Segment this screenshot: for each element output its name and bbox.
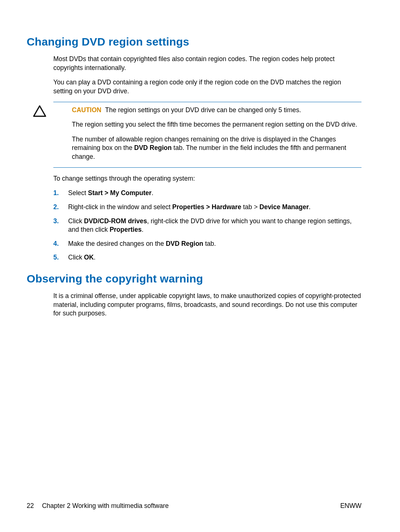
page-number: 22: [27, 502, 34, 510]
caution-line: CAUTIONThe region settings on your DVD d…: [72, 106, 361, 115]
ordered-steps: Select Start > My Computer. Right-click …: [53, 189, 361, 262]
caution-label: CAUTION: [72, 106, 101, 114]
heading-observing-the-copyright-warning: Observing the copyright warning: [27, 272, 361, 285]
paragraph: Most DVDs that contain copyrighted files…: [53, 55, 361, 72]
caution-box: CAUTIONThe region settings on your DVD d…: [53, 102, 361, 168]
caution-line: The number of allowable region changes r…: [72, 135, 361, 161]
caution-icon: [33, 105, 46, 118]
svg-marker-0: [34, 106, 46, 116]
step-item: Right-click in the window and select Pro…: [53, 203, 361, 212]
step-item: Select Start > My Computer.: [53, 189, 361, 198]
chapter-title: Chapter 2 Working with multimedia softwa…: [42, 502, 169, 510]
heading-changing-dvd-region-settings: Changing DVD region settings: [27, 36, 361, 48]
caution-text: The region settings on your DVD drive ca…: [105, 106, 301, 114]
step-item: Click DVD/CD-ROM drives, right-click the…: [53, 217, 361, 234]
footer-left: 22 Chapter 2 Working with multimedia sof…: [27, 502, 169, 510]
paragraph: It is a criminal offense, under applicab…: [53, 292, 361, 318]
footer-right: ENWW: [340, 502, 361, 510]
step-item: Click OK.: [53, 253, 361, 262]
page-footer: 22 Chapter 2 Working with multimedia sof…: [27, 502, 361, 510]
caution-content: CAUTIONThe region settings on your DVD d…: [72, 106, 361, 161]
document-page: Changing DVD region settings Most DVDs t…: [0, 0, 400, 532]
step-item: Make the desired changes on the DVD Regi…: [53, 240, 361, 248]
caution-line: The region setting you select the fifth …: [72, 120, 361, 129]
paragraph: You can play a DVD containing a region c…: [53, 78, 361, 96]
paragraph: To change settings through the operating…: [53, 174, 361, 183]
